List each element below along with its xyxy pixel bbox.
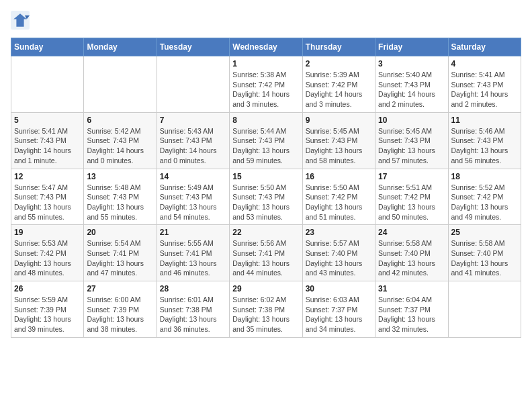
day-info: Sunrise: 5:44 AM Sunset: 7:43 PM Dayligh… (232, 126, 299, 166)
day-info: Sunrise: 5:50 AM Sunset: 7:42 PM Dayligh… (306, 183, 372, 222)
day-info: Sunrise: 5:54 AM Sunset: 7:41 PM Dayligh… (87, 238, 153, 278)
day-cell (448, 281, 521, 338)
day-number: 10 (378, 116, 445, 125)
day-cell: 24Sunrise: 5:58 AM Sunset: 7:40 PM Dayli… (375, 225, 448, 281)
day-cell: 23Sunrise: 5:57 AM Sunset: 7:40 PM Dayli… (302, 225, 375, 281)
day-cell: 14Sunrise: 5:49 AM Sunset: 7:43 PM Dayli… (157, 169, 229, 225)
calendar-table: SundayMondayTuesdayWednesdayThursdayFrid… (11, 38, 521, 338)
day-number: 18 (451, 172, 518, 181)
day-info: Sunrise: 5:52 AM Sunset: 7:42 PM Dayligh… (451, 183, 518, 222)
weekday-header-monday: Monday (84, 38, 157, 56)
day-cell: 4Sunrise: 5:41 AM Sunset: 7:43 PM Daylig… (448, 56, 521, 113)
day-cell: 19Sunrise: 5:53 AM Sunset: 7:42 PM Dayli… (11, 225, 84, 281)
day-cell: 10Sunrise: 5:45 AM Sunset: 7:43 PM Dayli… (375, 112, 448, 169)
day-number: 27 (87, 284, 153, 293)
day-info: Sunrise: 5:48 AM Sunset: 7:43 PM Dayligh… (87, 183, 153, 222)
week-row-5: 26Sunrise: 5:59 AM Sunset: 7:39 PM Dayli… (11, 281, 521, 338)
day-cell (84, 56, 157, 113)
day-cell: 30Sunrise: 6:03 AM Sunset: 7:37 PM Dayli… (302, 281, 375, 338)
day-number: 4 (451, 59, 518, 68)
day-number: 5 (14, 116, 81, 125)
day-number: 19 (14, 228, 81, 237)
day-number: 13 (87, 172, 153, 181)
day-cell: 6Sunrise: 5:42 AM Sunset: 7:43 PM Daylig… (84, 112, 157, 169)
day-number: 28 (160, 284, 226, 293)
day-info: Sunrise: 5:57 AM Sunset: 7:40 PM Dayligh… (306, 238, 372, 278)
day-cell: 22Sunrise: 5:56 AM Sunset: 7:41 PM Dayli… (230, 225, 302, 281)
page-header (11, 11, 521, 30)
day-number: 9 (306, 116, 372, 125)
day-number: 15 (232, 172, 299, 181)
day-cell: 21Sunrise: 5:55 AM Sunset: 7:41 PM Dayli… (157, 225, 229, 281)
day-cell: 8Sunrise: 5:44 AM Sunset: 7:43 PM Daylig… (230, 112, 302, 169)
day-info: Sunrise: 5:42 AM Sunset: 7:43 PM Dayligh… (87, 126, 153, 166)
day-number: 25 (451, 228, 518, 237)
day-number: 6 (87, 116, 153, 125)
day-info: Sunrise: 5:55 AM Sunset: 7:41 PM Dayligh… (160, 238, 226, 278)
weekday-header-friday: Friday (375, 38, 448, 56)
day-cell: 5Sunrise: 5:41 AM Sunset: 7:43 PM Daylig… (11, 112, 84, 169)
calendar-header: SundayMondayTuesdayWednesdayThursdayFrid… (11, 38, 521, 56)
day-cell: 12Sunrise: 5:47 AM Sunset: 7:43 PM Dayli… (11, 169, 84, 225)
weekday-header-wednesday: Wednesday (230, 38, 302, 56)
weekday-header-thursday: Thursday (302, 38, 375, 56)
day-info: Sunrise: 5:39 AM Sunset: 7:42 PM Dayligh… (306, 70, 372, 109)
day-cell: 7Sunrise: 5:43 AM Sunset: 7:43 PM Daylig… (157, 112, 229, 169)
day-cell: 31Sunrise: 6:04 AM Sunset: 7:37 PM Dayli… (375, 281, 448, 338)
day-number: 23 (306, 228, 372, 237)
day-info: Sunrise: 5:40 AM Sunset: 7:43 PM Dayligh… (378, 70, 445, 109)
week-row-1: 1Sunrise: 5:38 AM Sunset: 7:42 PM Daylig… (11, 56, 521, 113)
day-info: Sunrise: 6:02 AM Sunset: 7:38 PM Dayligh… (232, 295, 299, 334)
day-info: Sunrise: 5:43 AM Sunset: 7:43 PM Dayligh… (160, 126, 226, 166)
weekday-row: SundayMondayTuesdayWednesdayThursdayFrid… (11, 38, 521, 56)
weekday-header-tuesday: Tuesday (157, 38, 229, 56)
day-info: Sunrise: 5:45 AM Sunset: 7:43 PM Dayligh… (306, 126, 372, 166)
day-info: Sunrise: 6:04 AM Sunset: 7:37 PM Dayligh… (378, 295, 445, 334)
day-number: 26 (14, 284, 81, 293)
day-cell: 15Sunrise: 5:50 AM Sunset: 7:43 PM Dayli… (230, 169, 302, 225)
day-number: 17 (378, 172, 445, 181)
day-number: 20 (87, 228, 153, 237)
day-info: Sunrise: 5:45 AM Sunset: 7:43 PM Dayligh… (378, 126, 445, 166)
day-info: Sunrise: 5:49 AM Sunset: 7:43 PM Dayligh… (160, 183, 226, 222)
day-info: Sunrise: 5:58 AM Sunset: 7:40 PM Dayligh… (451, 238, 518, 278)
day-info: Sunrise: 5:59 AM Sunset: 7:39 PM Dayligh… (14, 295, 81, 334)
day-number: 7 (160, 116, 226, 125)
day-cell: 18Sunrise: 5:52 AM Sunset: 7:42 PM Dayli… (448, 169, 521, 225)
day-info: Sunrise: 6:00 AM Sunset: 7:39 PM Dayligh… (87, 295, 153, 334)
day-cell: 27Sunrise: 6:00 AM Sunset: 7:39 PM Dayli… (84, 281, 157, 338)
day-number: 12 (14, 172, 81, 181)
day-info: Sunrise: 5:51 AM Sunset: 7:42 PM Dayligh… (378, 183, 445, 222)
day-cell: 16Sunrise: 5:50 AM Sunset: 7:42 PM Dayli… (302, 169, 375, 225)
day-number: 29 (232, 284, 299, 293)
day-cell: 1Sunrise: 5:38 AM Sunset: 7:42 PM Daylig… (230, 56, 302, 113)
day-number: 14 (160, 172, 226, 181)
day-info: Sunrise: 6:01 AM Sunset: 7:38 PM Dayligh… (160, 295, 226, 334)
day-info: Sunrise: 5:56 AM Sunset: 7:41 PM Dayligh… (232, 238, 299, 278)
day-info: Sunrise: 5:58 AM Sunset: 7:40 PM Dayligh… (378, 238, 445, 278)
day-number: 31 (378, 284, 445, 293)
day-cell: 26Sunrise: 5:59 AM Sunset: 7:39 PM Dayli… (11, 281, 84, 338)
week-row-2: 5Sunrise: 5:41 AM Sunset: 7:43 PM Daylig… (11, 112, 521, 169)
day-cell: 17Sunrise: 5:51 AM Sunset: 7:42 PM Dayli… (375, 169, 448, 225)
day-number: 3 (378, 59, 445, 68)
day-number: 24 (378, 228, 445, 237)
day-number: 16 (306, 172, 372, 181)
day-cell: 28Sunrise: 6:01 AM Sunset: 7:38 PM Dayli… (157, 281, 229, 338)
day-cell: 3Sunrise: 5:40 AM Sunset: 7:43 PM Daylig… (375, 56, 448, 113)
day-cell: 2Sunrise: 5:39 AM Sunset: 7:42 PM Daylig… (302, 56, 375, 113)
day-number: 30 (306, 284, 372, 293)
day-number: 21 (160, 228, 226, 237)
day-info: Sunrise: 5:46 AM Sunset: 7:43 PM Dayligh… (451, 126, 518, 166)
day-number: 2 (306, 59, 372, 68)
day-number: 8 (232, 116, 299, 125)
day-cell: 11Sunrise: 5:46 AM Sunset: 7:43 PM Dayli… (448, 112, 521, 169)
day-info: Sunrise: 5:41 AM Sunset: 7:43 PM Dayligh… (14, 126, 81, 166)
weekday-header-sunday: Sunday (11, 38, 84, 56)
weekday-header-saturday: Saturday (448, 38, 521, 56)
day-number: 1 (232, 59, 299, 68)
day-info: Sunrise: 5:50 AM Sunset: 7:43 PM Dayligh… (232, 183, 299, 222)
day-cell (11, 56, 84, 113)
week-row-4: 19Sunrise: 5:53 AM Sunset: 7:42 PM Dayli… (11, 225, 521, 281)
logo (11, 11, 32, 30)
